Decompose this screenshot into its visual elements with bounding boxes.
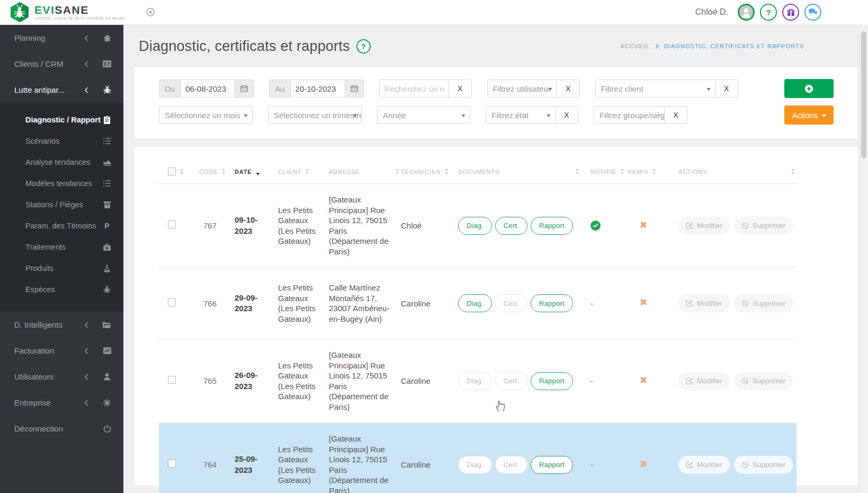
row-adresse: [Gateaux Principaux] Rue Linois 12, 7501… <box>329 195 401 257</box>
calendar-icon <box>240 85 248 92</box>
cert-button[interactable]: Cert. <box>495 372 527 390</box>
sidebar-item-param-temoins[interactable]: Param. des Témoins P <box>0 215 123 236</box>
page-help-button[interactable]: ? <box>356 39 371 54</box>
table-row[interactable]: 767 09-10-2023 Les Petits Gateaux (Les P… <box>159 184 797 267</box>
edit-icon <box>686 300 693 307</box>
supprimer-button[interactable]: Supprimer <box>734 456 793 474</box>
sidebar-item-d-intelligents[interactable]: D. Intelligents <box>0 312 123 338</box>
row-checkbox[interactable] <box>168 221 176 228</box>
cert-button[interactable]: Cert. <box>495 294 527 312</box>
vertical-scrollbar[interactable] <box>859 25 868 493</box>
diag-button[interactable]: Diag. <box>458 372 492 390</box>
modifier-button[interactable]: Modifier <box>678 372 730 390</box>
sidebar-item-lutte-antiparasitaire[interactable]: Lutte antipar... <box>0 77 123 103</box>
sidebar: Planning Clients / CRM Lutte antipar... … <box>0 25 123 493</box>
user-filter-select[interactable]: Filtrez utilisateur <box>487 80 557 98</box>
row-checkbox[interactable] <box>168 376 176 384</box>
row-checkbox[interactable] <box>168 460 176 468</box>
cert-button[interactable]: Cert. <box>495 217 527 235</box>
sort-icon[interactable] <box>222 169 225 174</box>
clear-group-filter-button[interactable]: X <box>664 106 687 124</box>
breadcrumb: ACCUEIL DIAGNOSTIC, CERTIFICATS ET RAPPO… <box>620 43 804 49</box>
sidebar-item-entreprise[interactable]: Entreprise <box>0 390 123 416</box>
client-filter-group: Filtrez client X <box>595 80 738 98</box>
edit-icon <box>686 377 693 385</box>
sidebar-item-produits[interactable]: Produits <box>0 258 123 279</box>
supprimer-button[interactable]: Supprimer <box>734 217 793 235</box>
group-filter-select[interactable]: Filtrez groupe/siège <box>594 106 665 124</box>
table-row[interactable]: 766 29-09-2023 Les Petits Gateaux (Les P… <box>159 267 797 339</box>
sidebar-item-modeles-tendances[interactable]: Modèles tendances <box>0 173 123 194</box>
diag-button[interactable]: Diag. <box>458 456 492 474</box>
month-select[interactable]: Sélectionnez un mois <box>159 106 253 124</box>
sidebar-item-traitements[interactable]: Traitements <box>0 236 123 258</box>
quarter-select[interactable]: Sélectionnez un trimestre <box>268 106 362 124</box>
select-all-checkbox[interactable] <box>168 168 176 175</box>
sort-icon[interactable] <box>791 169 794 174</box>
state-filter-select[interactable]: Filtrez état <box>486 106 556 124</box>
modifier-button[interactable]: Modifier <box>678 217 730 235</box>
table-row[interactable]: 764 25-09-2023 Les Petits Gateaux (Les P… <box>159 422 797 493</box>
modifier-button[interactable]: Modifier <box>678 294 730 312</box>
sidebar-item-clients-crm[interactable]: Clients / CRM <box>0 51 123 77</box>
supprimer-button[interactable]: Supprimer <box>734 372 793 390</box>
add-button[interactable] <box>784 79 834 98</box>
sidebar-item-label: Param. des Témoins <box>25 222 96 230</box>
rapport-button[interactable]: Rapport <box>531 456 573 474</box>
rapport-button[interactable]: Rapport <box>531 372 573 390</box>
clear-state-filter-button[interactable]: X <box>555 106 578 124</box>
sidebar-item-scenarios[interactable]: Scénarios <box>0 130 123 152</box>
sort-icon[interactable] <box>652 169 656 174</box>
sort-icon[interactable] <box>180 169 183 174</box>
breadcrumb-home[interactable]: ACCUEIL <box>620 43 649 49</box>
diag-button[interactable]: Diag. <box>458 294 492 312</box>
sidebar-item-planning[interactable]: Planning <box>0 25 123 51</box>
row-date: 25-09-2023 <box>235 454 278 476</box>
search-group: X <box>379 80 472 98</box>
calendar-button[interactable] <box>345 80 364 98</box>
sidebar-item-diagnostic-rapport[interactable]: Diagnostic / Rapport <box>0 109 123 130</box>
cert-button[interactable]: Cert. <box>495 456 527 474</box>
sidebar-item-utilisateurs[interactable]: Utilisateurs <box>0 364 123 390</box>
date-to-label: Au <box>269 80 290 98</box>
scrollbar-thumb[interactable] <box>861 31 866 159</box>
brand-tagline: LOGICIEL CLOUD DE 3D ET HYGIÈNE DU MILIE… <box>34 17 125 20</box>
chat-button[interactable] <box>804 4 821 21</box>
diag-button[interactable]: Diag. <box>458 217 492 235</box>
clear-client-filter-button[interactable]: X <box>715 80 738 98</box>
sort-desc-icon[interactable] <box>256 173 260 175</box>
calendar-button[interactable] <box>235 80 254 98</box>
clear-user-filter-button[interactable]: X <box>557 80 580 98</box>
sidebar-item-facturation[interactable]: Facturation <box>0 338 123 364</box>
sidebar-item-stations-pieges[interactable]: Stations / Pièges <box>0 194 123 215</box>
chevron-left-icon <box>84 374 88 380</box>
help-button[interactable]: ? <box>760 4 777 21</box>
sort-icon[interactable] <box>306 169 309 174</box>
area-chart-icon <box>102 159 112 166</box>
table-row[interactable]: 765 26-09-2023 Les Petits Gateaux (Les P… <box>159 339 797 422</box>
rapport-button[interactable]: Rapport <box>531 294 573 312</box>
date-to-input[interactable] <box>290 80 345 98</box>
rapport-button[interactable]: Rapport <box>531 217 573 235</box>
client-filter-select[interactable]: Filtrez client <box>595 80 715 98</box>
sidebar-item-especes[interactable]: Espèces <box>0 279 123 300</box>
ban-icon <box>741 377 749 385</box>
supprimer-button[interactable]: Supprimer <box>734 294 793 312</box>
clear-search-button[interactable]: X <box>449 80 472 98</box>
search-input[interactable] <box>379 80 449 98</box>
sidebar-item-analyse-tendances[interactable]: Analyse tendances <box>0 152 123 173</box>
row-checkbox[interactable] <box>168 298 176 306</box>
year-select[interactable]: Année <box>377 106 470 124</box>
sort-icon[interactable] <box>576 169 579 174</box>
gift-button[interactable] <box>782 4 799 21</box>
sidebar-item-deconnexion[interactable]: Déconnection <box>0 416 123 442</box>
sort-icon[interactable] <box>621 169 624 174</box>
modifier-button[interactable]: Modifier <box>678 456 730 474</box>
avatar[interactable] <box>738 4 755 21</box>
sort-icon[interactable] <box>445 169 448 174</box>
sidebar-item-label: Lutte antipar... <box>14 85 65 94</box>
actions-button[interactable]: Actions <box>784 105 834 125</box>
date-from-input[interactable] <box>180 80 235 98</box>
sort-icon[interactable] <box>396 169 399 174</box>
sidebar-toggle-icon[interactable] <box>146 8 155 16</box>
